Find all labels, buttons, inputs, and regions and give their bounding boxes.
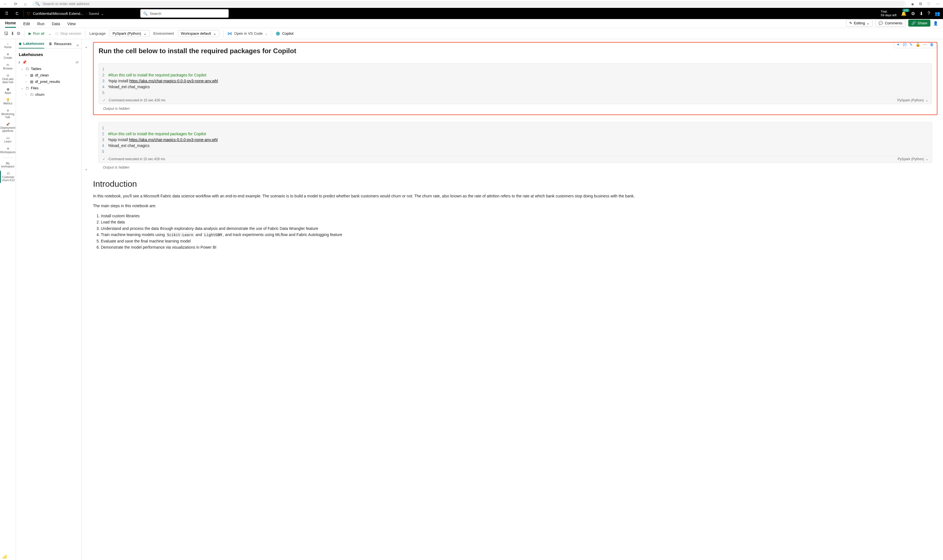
notifications-icon[interactable]: 🔔 125 (901, 11, 907, 16)
cell-1-heading: Run the cell below to install the requir… (99, 47, 932, 55)
rail-customer-churn[interactable]: ⟨/⟩Customer churn-513 (0, 171, 16, 183)
app-launcher-icon[interactable]: ⠿ (3, 11, 11, 16)
download-icon[interactable]: ⬇ (11, 31, 14, 36)
check-icon: ✓ (103, 98, 106, 102)
file-icon: 🗎 (49, 42, 52, 46)
tree-tables[interactable]: ⌄🗀Tables (17, 66, 80, 72)
exec-status: -Command executed in 15 sec 426 ms (108, 98, 165, 102)
intro-cell[interactable]: Introduction In this notebook, you'll se… (93, 179, 937, 251)
svg-rect-0 (3, 557, 4, 558)
app-letter: C (14, 11, 21, 16)
collapse-icon[interactable]: « (77, 43, 79, 47)
collections-icon[interactable]: ♡ (927, 2, 931, 6)
tab-view[interactable]: View (67, 20, 76, 28)
back-icon[interactable]: ← (3, 2, 7, 6)
copilot-button[interactable]: Copilot (276, 31, 293, 35)
env-dropdown[interactable]: Workspace default ⌄ (178, 30, 219, 37)
intro-title: Introduction (93, 179, 937, 189)
search-icon: 🔍 (35, 2, 40, 6)
collapse-cell-1[interactable]: ⌄ (85, 44, 88, 49)
cell-2[interactable]: 12345 #Run this cell to install the requ… (93, 122, 937, 171)
tree-churn[interactable]: ›🗀churn (17, 91, 80, 98)
rail-monitoring[interactable]: ⊘Monitoring hub (0, 108, 16, 120)
editing-button[interactable]: ✎ Editing ⌄ (846, 20, 873, 26)
explorer-tab-lakehouses[interactable]: ◆Lakehouses (19, 42, 44, 48)
vscode-icon: ⋈ (228, 31, 232, 36)
line-gutter: 12345 (102, 66, 108, 96)
divider (23, 10, 24, 17)
save-icon[interactable]: 🖫 (4, 31, 8, 36)
tab-data[interactable]: Data (52, 20, 60, 28)
notebook-canvas: ✦ ⟨/⟩ ✎ 🔒 ⋯ 🗑 ⌄ Run the cell below to in… (82, 39, 943, 560)
svg-rect-1 (4, 556, 5, 558)
rail-apps[interactable]: ▦Apps (0, 86, 16, 95)
cell-1[interactable]: Run the cell below to install the requir… (93, 42, 937, 115)
more-icon[interactable]: ⋯ (936, 2, 940, 6)
swap-icon[interactable]: ⇄ (76, 60, 79, 65)
run-dropdown[interactable]: ⌄ (48, 31, 52, 36)
tab-run[interactable]: Run (37, 20, 45, 28)
help-icon[interactable]: ? (928, 11, 930, 16)
collapse-cell-intro[interactable]: ⌄ (85, 166, 88, 171)
tab-home[interactable]: Home (5, 19, 16, 28)
rail-pipelines[interactable]: 🚀Deployment pipelines (0, 122, 16, 134)
account-icon[interactable]: 👥 (935, 11, 940, 16)
gear-icon[interactable]: ⚙ (17, 31, 20, 36)
run-all-button[interactable]: ▶ Run all (29, 31, 44, 35)
extensions-icon[interactable]: ◈ (911, 2, 914, 6)
lakehouse-icon: ◆ (19, 42, 22, 46)
env-label: Environment (154, 31, 174, 35)
code-content[interactable]: #Run this cell to install the required p… (108, 66, 218, 96)
rail-home[interactable]: ⌂Home (0, 41, 16, 50)
settings-icon[interactable]: ⚙ (911, 11, 915, 16)
rail-onelake[interactable]: ⛁OneLake data hub (0, 73, 16, 85)
search-icon: 🔍 (143, 11, 148, 16)
intro-p2: The main steps in this notebook are: (93, 203, 937, 209)
tree-df-clean[interactable]: ›▦df_clean (17, 72, 80, 78)
search-placeholder: Search (150, 11, 161, 16)
saved-status[interactable]: · Saved ⌄ (86, 11, 104, 16)
powerbi-icon[interactable] (2, 554, 7, 560)
home-icon[interactable]: ⌂ (24, 2, 26, 6)
rail-learn[interactable]: 📖Learn (0, 135, 16, 144)
cell-lang-dropdown[interactable]: PySpark (Python) ⌄ (897, 98, 928, 102)
output-hidden[interactable]: Output is hidden (98, 163, 932, 171)
intro-steps: Install custom libraries Load the data U… (93, 213, 937, 251)
address-bar[interactable]: 🔍 Search or enter web address (32, 1, 906, 7)
share-button[interactable]: 🔗 Share (908, 20, 931, 26)
stop-session-button[interactable]: ◻ Stop session (55, 31, 81, 35)
rail-workspaces[interactable]: ⧉Workspaces (0, 146, 16, 155)
comments-button[interactable]: 💬 Comments (875, 20, 906, 26)
tab-edit[interactable]: Edit (23, 20, 30, 28)
shield-icon: 🛡 (27, 11, 31, 16)
left-rail: ⌂Home ⊕Create 🗀Browse ⛁OneLake data hub … (0, 39, 16, 560)
open-vscode-button[interactable]: ⋈ Open in VS Code ⌄ (228, 31, 268, 36)
cell-1-code[interactable]: 12345 #Run this cell to install the requ… (99, 63, 932, 104)
tree-files[interactable]: ⌄🗀Files (17, 85, 80, 91)
exec-status: -Command executed in 15 sec 426 ms (108, 157, 165, 161)
download-icon[interactable]: ⬇ (920, 11, 923, 16)
cell-2-code[interactable]: 12345 #Run this cell to install the requ… (98, 122, 932, 163)
refresh-icon[interactable]: ⟳ (14, 2, 17, 6)
search-box[interactable]: 🔍 Search (140, 9, 229, 18)
rail-my-workspace[interactable]: My workspace (0, 161, 16, 169)
intro-p1: In this notebook, you'll see a Microsoft… (93, 193, 937, 199)
explorer-tab-resources[interactable]: 🗎Resources (49, 42, 71, 48)
filter-text[interactable]: r (19, 60, 20, 65)
rail-metrics[interactable]: 🏆Metrics (0, 97, 16, 106)
rail-create[interactable]: ⊕Create (0, 52, 16, 60)
language-dropdown[interactable]: PySpark (Python) ⌄ (109, 30, 149, 37)
explorer: ◆Lakehouses 🗎Resources « Lakehouses r 📌 … (16, 39, 82, 560)
check-icon: ✓ (103, 157, 105, 161)
pin-icon[interactable]: 📌 (22, 60, 27, 65)
breadcrumb[interactable]: 🛡 Confidential\Microsoft Extend... (27, 11, 83, 16)
tree-df-pred[interactable]: ›▦df_pred_results (17, 78, 80, 85)
output-hidden[interactable]: Output is hidden (99, 104, 932, 112)
rail-browse[interactable]: 🗀Browse (0, 62, 16, 71)
trial-info: Trial: 59 days left (881, 10, 897, 17)
split-icon[interactable]: ⧉ (919, 2, 922, 6)
copilot-icon (276, 32, 280, 35)
cell-lang-dropdown[interactable]: PySpark (Python) ⌄ (898, 157, 928, 161)
code-content[interactable]: #Run this cell to install the required p… (108, 125, 218, 155)
people-icon[interactable]: 👤 (933, 21, 938, 26)
